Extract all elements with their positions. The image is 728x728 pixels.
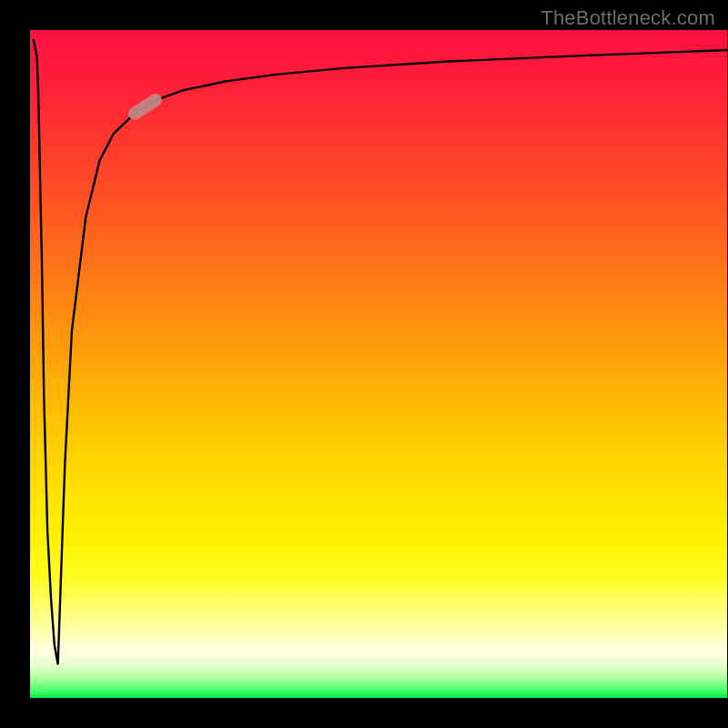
chart-frame: TheBottleneck.com bbox=[0, 0, 728, 728]
plot-gradient-area bbox=[30, 30, 727, 698]
watermark-text: TheBottleneck.com bbox=[541, 6, 715, 30]
